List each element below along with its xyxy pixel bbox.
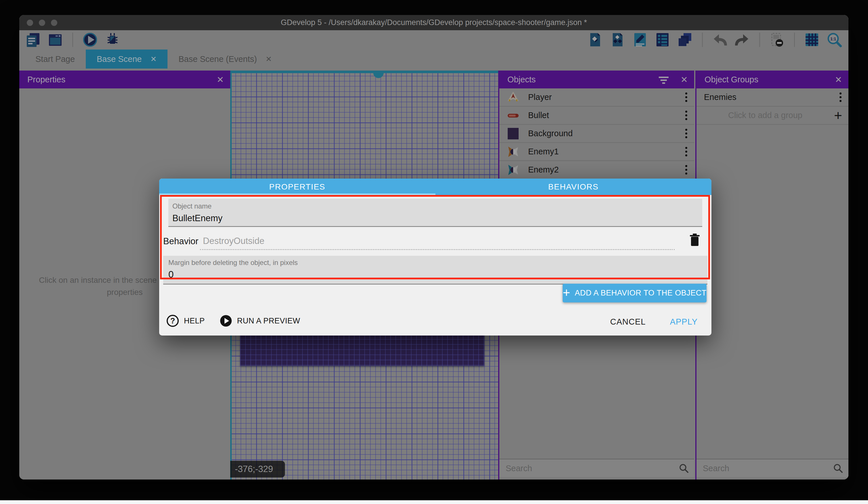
play-icon[interactable] [220, 315, 232, 327]
object-name-label: Object name [172, 202, 211, 210]
dialog-tab-bar: PROPERTIES BEHAVIORS [159, 179, 711, 195]
add-behavior-button[interactable]: + ADD A BEHAVIOR TO THE OBJECT [562, 284, 706, 302]
margin-label: Margin before deleting the object, in pi… [168, 259, 298, 267]
object-editor-dialog: PROPERTIES BEHAVIORS Object name BulletE… [159, 179, 711, 335]
object-name-field[interactable]: Object name BulletEnemy [168, 199, 702, 227]
plus-icon: + [562, 286, 570, 299]
cancel-button[interactable]: CANCEL [610, 317, 646, 326]
behavior-label: Behavior [163, 236, 198, 246]
active-tab-indicator [159, 193, 435, 195]
behavior-underline [200, 249, 675, 250]
apply-button[interactable]: APPLY [670, 317, 698, 326]
help-button[interactable]: HELP [184, 316, 205, 325]
help-icon[interactable]: ? [167, 315, 179, 327]
dialog-tab-properties[interactable]: PROPERTIES [159, 179, 435, 195]
behavior-name-value[interactable]: DestroyOutside [203, 236, 265, 246]
margin-value[interactable]: 0 [168, 269, 174, 280]
delete-behavior-icon[interactable] [689, 233, 701, 247]
margin-field[interactable]: Margin before deleting the object, in pi… [163, 256, 707, 284]
add-behavior-button-label: ADD A BEHAVIOR TO THE OBJECT [575, 289, 706, 298]
dialog-tab-behaviors[interactable]: BEHAVIORS [435, 179, 712, 195]
dialog-footer: ? HELP RUN A PREVIEW CANCEL APPLY [159, 308, 711, 335]
behavior-row: Behavior DestroyOutside [163, 231, 701, 252]
object-name-value[interactable]: BulletEnemy [172, 213, 223, 223]
screenshot-root: GDevelop 5 - /Users/dkarakay/Documents/G… [0, 0, 868, 504]
desktop-edge-strip [0, 500, 868, 504]
run-preview-button[interactable]: RUN A PREVIEW [237, 316, 300, 325]
